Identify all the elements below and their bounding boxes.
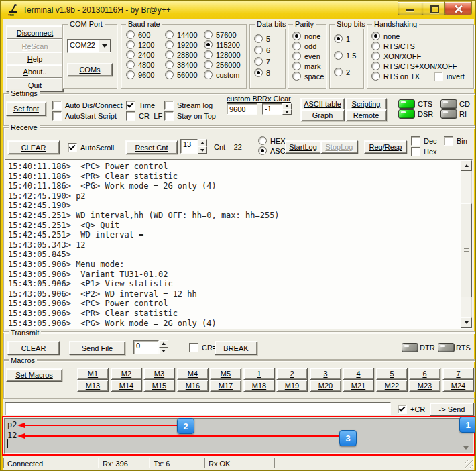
handshake-rts-on-tx-radio[interactable]: RTS on TX (371, 72, 420, 81)
disconnect-button[interactable]: Disconnect (6, 25, 64, 40)
parity-space-radio[interactable]: space (292, 72, 324, 81)
rx-counter-stepper[interactable]: 13 (180, 139, 207, 154)
title-bar[interactable]: TRM Terminal v1.9b - 20130116Я - by Br@y… (1, 1, 476, 19)
scrollbar-thumb[interactable] (461, 203, 472, 297)
baud-9600-radio[interactable]: 9600 (126, 70, 154, 79)
scroll-down-button[interactable] (461, 317, 472, 328)
macro-button-m16[interactable]: M16 (177, 380, 209, 392)
macro-button-m20[interactable]: M20 (310, 380, 341, 392)
macro-button-3[interactable]: 3 (310, 368, 341, 380)
macro-button-m18[interactable]: M18 (243, 380, 275, 392)
macro-button-7[interactable]: 7 (442, 368, 474, 380)
stopbits-1_5-radio[interactable]: 1.5 (334, 51, 356, 60)
com-port-dropdown-button[interactable] (99, 40, 111, 52)
macro-button-m22[interactable]: M22 (376, 380, 408, 392)
hex-radio[interactable]: HEX (258, 136, 286, 145)
rx-clear-stepper[interactable]: -1 (262, 103, 292, 115)
databits-7-radio[interactable]: 7 (254, 57, 270, 66)
dec-checkbox[interactable]: Dec (411, 136, 437, 145)
macro-button-m13[interactable]: M13 (77, 380, 109, 392)
com-port-select[interactable]: COM22 (67, 39, 111, 53)
parity-even-radio[interactable]: even (292, 52, 320, 60)
spin-up-icon[interactable] (198, 139, 207, 146)
macro-button-m3[interactable]: M3 (143, 368, 175, 380)
bin-checkbox[interactable]: Bin (444, 136, 467, 145)
databits-8-radio[interactable]: 8 (254, 68, 270, 77)
macro-button-6[interactable]: 6 (409, 368, 440, 380)
macro-button-m17[interactable]: M17 (210, 380, 241, 392)
baud-256000-radio[interactable]: 256000 (204, 60, 241, 69)
close-button[interactable] (444, 1, 472, 15)
stoplog-button[interactable]: StopLog (320, 140, 358, 154)
macro-button-m14[interactable]: M14 (111, 380, 142, 392)
transmit-clear-button[interactable]: CLEAR (7, 341, 60, 355)
autostart-script-checkbox[interactable]: AutoStart Script (52, 111, 117, 120)
set-font-button[interactable]: Set font (6, 101, 46, 116)
handshake-rtscts-radio[interactable]: RTS/CTS (371, 42, 415, 50)
databits-6-radio[interactable]: 6 (254, 46, 270, 54)
baud-2400-radio[interactable]: 2400 (126, 50, 154, 59)
mini-scroll-down-icon[interactable] (463, 446, 469, 450)
baud-56000-radio[interactable]: 56000 (165, 70, 198, 79)
autoscroll-checkbox[interactable]: AutoScroll (68, 143, 114, 152)
ascii-table-button[interactable]: ASCII table (300, 98, 345, 110)
startlog-button[interactable]: StartLog (285, 140, 321, 154)
auto-disconnect-checkbox[interactable]: Auto Dis/Connect (52, 101, 123, 109)
parity-none-radio[interactable]: none (292, 32, 320, 40)
send-file-button[interactable]: Send File (69, 341, 125, 355)
baud-28800-radio[interactable]: 28800 (165, 50, 198, 59)
macro-button-m4[interactable]: M4 (177, 368, 209, 380)
cr-lf-checkbox[interactable]: CR=LF (126, 111, 162, 120)
macro-button-m24[interactable]: M24 (442, 380, 474, 392)
handshake-xonxoff-radio[interactable]: XON/XOFF (371, 52, 421, 60)
spin-down-icon[interactable] (282, 109, 292, 115)
handshake-rtscts-xonxoff-radio[interactable]: RTS/CTS+XON/XOFF (371, 62, 457, 70)
time-checkbox[interactable]: Time (126, 101, 155, 109)
minimize-button[interactable] (398, 1, 423, 15)
handshake-none-radio[interactable]: none (371, 32, 400, 40)
hex-checkbox[interactable]: Hex (411, 147, 437, 156)
baud-57600-radio[interactable]: 57600 (204, 30, 237, 39)
macro-button-m1[interactable]: M1 (77, 368, 109, 380)
reset-cnt-button[interactable]: Reset Cnt (125, 140, 178, 154)
baud-custom-radio[interactable]: custom (204, 70, 239, 79)
spin-up-icon[interactable] (282, 103, 292, 109)
help-button[interactable]: Help (6, 52, 64, 66)
receive-terminal-output[interactable]: 15:40:11.186> <PC> Power control 15:40:1… (5, 159, 473, 329)
macro-button-m2[interactable]: M2 (111, 368, 142, 380)
macro-button-m15[interactable]: M15 (143, 380, 175, 392)
stopbits-2-radio[interactable]: 2 (334, 68, 350, 76)
stream-log-checkbox[interactable]: Stream log (164, 101, 213, 109)
scripting-button[interactable]: Scripting (345, 98, 387, 110)
rescan-button[interactable]: ReScan (6, 39, 64, 53)
databits-5-radio[interactable]: 5 (254, 34, 270, 43)
macro-button-4[interactable]: 4 (343, 368, 374, 380)
baud-115200-radio[interactable]: 115200 (204, 40, 240, 49)
macro-button-1[interactable]: 1 (243, 368, 275, 380)
send-button[interactable]: -> Send (430, 403, 474, 416)
baud-38400-radio[interactable]: 38400 (165, 60, 198, 69)
baud-4800-radio[interactable]: 4800 (126, 60, 154, 69)
send-input[interactable] (5, 402, 391, 415)
tx-delay-stepper[interactable]: 0 (133, 340, 168, 354)
plus-cr-checkbox[interactable]: +CR (398, 405, 425, 413)
macro-button-m5[interactable]: M5 (210, 368, 241, 380)
macro-button-m19[interactable]: M19 (276, 380, 308, 392)
graph-button[interactable]: Graph (300, 109, 345, 121)
stay-on-top-checkbox[interactable]: Stay on Top (164, 111, 216, 120)
macro-button-m23[interactable]: M23 (409, 380, 440, 392)
macro-button-5[interactable]: 5 (376, 368, 408, 380)
stopbits-1-radio[interactable]: 1 (334, 34, 350, 43)
baud-14400-radio[interactable]: 14400 (165, 30, 198, 39)
spin-down-icon[interactable] (159, 348, 168, 355)
receive-clear-button[interactable]: CLEAR (7, 140, 60, 154)
baud-1200-radio[interactable]: 1200 (126, 40, 154, 49)
macro-button-m21[interactable]: M21 (343, 380, 374, 392)
baud-600-radio[interactable]: 600 (126, 30, 150, 39)
spin-down-icon[interactable] (198, 146, 207, 154)
baud-19200-radio[interactable]: 19200 (165, 40, 198, 49)
coms-button[interactable]: COMs (67, 63, 113, 76)
maximize-button[interactable] (422, 1, 446, 15)
spin-up-icon[interactable] (159, 340, 168, 348)
break-button[interactable]: BREAK (215, 341, 257, 355)
